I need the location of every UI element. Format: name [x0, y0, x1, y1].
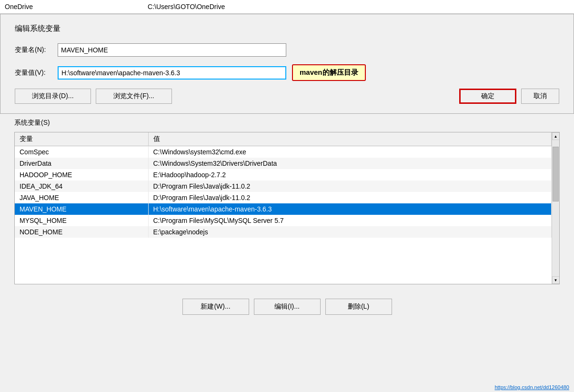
browse-file-button[interactable]: 浏览文件(F)...	[96, 89, 172, 104]
bottom-buttons-row: 新建(W)... 编辑(I)... 删除(L)	[0, 292, 574, 320]
row-var-value: H:\software\maven\apache-maven-3.6.3	[148, 203, 552, 215]
table-row[interactable]: ComSpecC:\Windows\system32\cmd.exe	[15, 146, 552, 158]
table-row[interactable]: MAVEN_HOMEH:\software\maven\apache-maven…	[15, 203, 552, 215]
scrollbar-thumb[interactable]	[553, 147, 559, 201]
top-var-value: C:\Users\GOTO\OneDrive	[148, 3, 569, 10]
row-var-value: D:\Program Files\Java\jdk-11.0.2	[148, 181, 552, 192]
table-row[interactable]: MYSQL_HOMEC:\Program Files\MySQL\MySQL S…	[15, 215, 552, 226]
tooltip-bubble: maven的解压目录	[292, 64, 366, 81]
var-name-row: 变量名(N):	[15, 43, 559, 57]
row-var-name: HADOOP_HOME	[15, 169, 148, 181]
confirm-button[interactable]: 确定	[459, 89, 516, 104]
row-var-name: JAVA_HOME	[15, 192, 148, 203]
new-button[interactable]: 新建(W)...	[182, 299, 249, 315]
button-row: 浏览目录(D)... 浏览文件(F)... 确定 取消	[15, 89, 559, 104]
sys-var-table: 变量 值 ComSpecC:\Windows\system32\cmd.exeD…	[15, 132, 552, 238]
scrollbar[interactable]: ▲ ▼	[552, 132, 559, 284]
var-name-input[interactable]	[58, 43, 286, 57]
sys-var-table-container: 变量 值 ComSpecC:\Windows\system32\cmd.exeD…	[14, 132, 560, 284]
dialog-title: 编辑系统变量	[15, 24, 559, 34]
table-row[interactable]: IDEA_JDK_64D:\Program Files\Java\jdk-11.…	[15, 181, 552, 192]
col-header-name: 变量	[15, 132, 148, 146]
watermark: https://blog.csdn.net/dd1260480	[494, 384, 569, 390]
row-var-name: MAVEN_HOME	[15, 203, 148, 215]
row-var-name: DriverData	[15, 158, 148, 169]
section-title: 系统变量(S)	[14, 119, 560, 127]
row-var-name: NODE_HOME	[15, 226, 148, 238]
var-value-row: 变量值(V): maven的解压目录	[15, 64, 559, 81]
scroll-down-arrow[interactable]: ▼	[552, 276, 560, 284]
scroll-up-arrow[interactable]: ▲	[552, 132, 560, 140]
row-var-value: C:\Windows\system32\cmd.exe	[148, 146, 552, 158]
table-inner: 变量 值 ComSpecC:\Windows\system32\cmd.exeD…	[15, 132, 552, 284]
main-container: OneDrive C:\Users\GOTO\OneDrive 编辑系统变量 变…	[0, 0, 574, 392]
table-row[interactable]: DriverDataC:\Windows\System32\Drivers\Dr…	[15, 158, 552, 169]
var-value-label: 变量值(V):	[15, 69, 58, 77]
table-row[interactable]: JAVA_HOMED:\Program Files\Java\jdk-11.0.…	[15, 192, 552, 203]
scrollbar-track[interactable]	[552, 140, 559, 276]
row-var-name: IDEA_JDK_64	[15, 181, 148, 192]
row-var-value: C:\Program Files\MySQL\MySQL Server 5.7	[148, 215, 552, 226]
sys-var-tbody: ComSpecC:\Windows\system32\cmd.exeDriver…	[15, 146, 552, 238]
var-value-input[interactable]	[58, 66, 286, 80]
sys-var-section: 系统变量(S) 变量 值 ComSpecC:\Windows\system32\…	[0, 114, 574, 292]
edit-dialog: 编辑系统变量 变量名(N): 变量值(V): maven的解压目录 浏览目录(D…	[0, 14, 574, 114]
cancel-button[interactable]: 取消	[521, 89, 559, 104]
col-header-value: 值	[148, 132, 552, 146]
row-var-value: D:\Program Files\Java\jdk-11.0.2	[148, 192, 552, 203]
table-row[interactable]: NODE_HOMEE:\package\nodejs	[15, 226, 552, 238]
edit-button[interactable]: 编辑(I)...	[254, 299, 321, 315]
row-var-value: C:\Windows\System32\Drivers\DriverData	[148, 158, 552, 169]
table-row[interactable]: HADOOP_HOMEE:\Hadoop\hadoop-2.7.2	[15, 169, 552, 181]
delete-button[interactable]: 删除(L)	[325, 299, 392, 315]
top-bar: OneDrive C:\Users\GOTO\OneDrive	[0, 0, 574, 14]
table-header-row: 变量 值	[15, 132, 552, 146]
browse-dir-button[interactable]: 浏览目录(D)...	[15, 89, 91, 104]
row-var-name: ComSpec	[15, 146, 148, 158]
row-var-name: MYSQL_HOME	[15, 215, 148, 226]
row-var-value: E:\Hadoop\hadoop-2.7.2	[148, 169, 552, 181]
top-var-name: OneDrive	[5, 3, 148, 10]
row-var-value: E:\package\nodejs	[148, 226, 552, 238]
var-name-label: 变量名(N):	[15, 46, 58, 54]
